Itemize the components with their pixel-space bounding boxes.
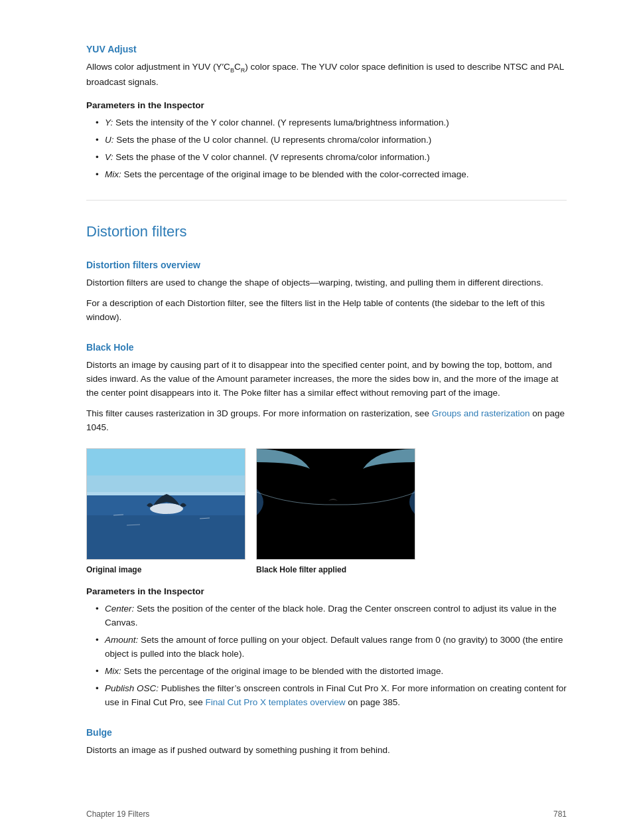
list-item: U: Sets the phase of the U color channel… [96, 133, 567, 147]
yuv-adjust-title: YUV Adjust [86, 42, 567, 56]
list-item: Publish OSC: Publishes the filter’s onsc… [96, 682, 567, 710]
distortion-overview-desc2: For a description of each Distortion fil… [86, 297, 567, 325]
page: YUV Adjust Allows color adjustment in YU… [0, 0, 633, 840]
footer-page-number: 781 [553, 808, 567, 820]
distortion-overview: Distortion filters overview Distortion f… [86, 258, 567, 325]
list-item: Mix: Sets the percentage of the original… [96, 665, 567, 679]
bulge-description: Distorts an image as if pushed outward b… [86, 744, 567, 758]
footer-chapter: Chapter 19 Filters [86, 808, 149, 820]
filtered-image-caption: Black Hole filter applied [256, 564, 346, 576]
yuv-params-heading: Parameters in the Inspector [86, 99, 567, 112]
list-item: Mix: Sets the percentage of the original… [96, 168, 567, 182]
filtered-image [257, 449, 415, 560]
distortion-filters-title: Distortion filters [86, 220, 567, 242]
black-hole-title: Black Hole [86, 341, 567, 355]
black-hole-params-list: Center: Sets the position of the center … [86, 602, 567, 709]
list-item: Center: Sets the position of the center … [96, 602, 567, 630]
svg-point-5 [150, 503, 183, 514]
yuv-params-list: Y: Sets the intensity of the Y color cha… [86, 116, 567, 182]
final-cut-pro-link[interactable]: Final Cut Pro X templates overview [206, 697, 346, 707]
bulge-title: Bulge [86, 726, 567, 740]
black-hole-image-svg [257, 449, 415, 560]
original-image-caption: Original image [86, 564, 141, 576]
black-hole-rasterization: This filter causes rasterization in 3D g… [86, 407, 567, 435]
original-image-container: Original image [86, 448, 246, 576]
black-hole-params-heading: Parameters in the Inspector [86, 585, 567, 598]
rasterization-text: This filter causes rasterization in 3D g… [86, 408, 432, 418]
groups-rasterization-link[interactable]: Groups and rasterization [432, 408, 530, 418]
whale-image-svg [87, 449, 246, 560]
bulge-section: Bulge Distorts an image as if pushed out… [86, 726, 567, 758]
filtered-image-box [256, 448, 415, 560]
distortion-filters-section: Distortion filters Distortion filters ov… [86, 220, 567, 757]
list-item: V: Sets the phase of the V color channel… [96, 151, 567, 165]
page-footer: Chapter 19 Filters 781 [0, 808, 633, 820]
list-item: Y: Sets the intensity of the Y color cha… [96, 116, 567, 130]
svg-rect-4 [87, 515, 246, 560]
filtered-image-container: Black Hole filter applied [256, 448, 415, 576]
yuv-adjust-section: YUV Adjust Allows color adjustment in YU… [86, 42, 567, 181]
images-row: Original image [86, 448, 567, 576]
section-divider [86, 200, 567, 201]
original-image-box [86, 448, 246, 560]
black-hole-description: Distorts an image by causing part of it … [86, 359, 567, 400]
yuv-adjust-description: Allows color adjustment in YUV (Y′CBCR) … [86, 60, 567, 90]
black-hole-section: Black Hole Distorts an image by causing … [86, 341, 567, 709]
distortion-overview-title: Distortion filters overview [86, 258, 567, 272]
distortion-overview-desc1: Distortion filters are used to change th… [86, 276, 567, 290]
list-item: Amount: Sets the amount of force pulling… [96, 633, 567, 661]
original-image [87, 449, 246, 560]
